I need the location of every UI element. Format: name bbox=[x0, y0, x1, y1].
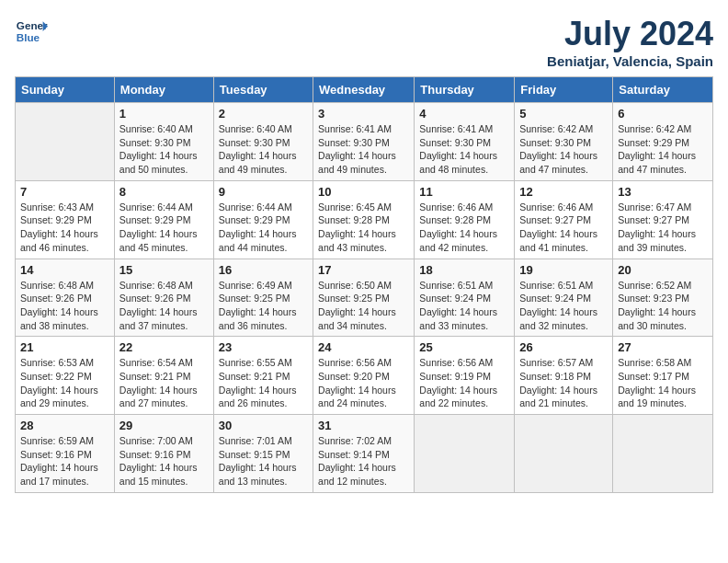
calendar-cell: 28Sunrise: 6:59 AMSunset: 9:16 PMDayligh… bbox=[16, 415, 115, 493]
column-header-sunday: Sunday bbox=[16, 77, 115, 103]
cell-info: Sunrise: 6:49 AMSunset: 9:25 PMDaylight:… bbox=[219, 279, 308, 333]
cell-info: Sunrise: 6:57 AMSunset: 9:18 PMDaylight:… bbox=[519, 356, 608, 410]
day-number: 2 bbox=[219, 107, 308, 121]
calendar-week-row: 21Sunrise: 6:53 AMSunset: 9:22 PMDayligh… bbox=[16, 337, 713, 415]
day-number: 10 bbox=[318, 185, 409, 199]
cell-info: Sunrise: 6:43 AMSunset: 9:29 PMDaylight:… bbox=[20, 201, 109, 255]
day-number: 1 bbox=[119, 107, 209, 121]
day-number: 9 bbox=[219, 185, 308, 199]
page-header: General Blue July 2024 Beniatjar, Valenc… bbox=[15, 15, 713, 69]
calendar-cell: 1Sunrise: 6:40 AMSunset: 9:30 PMDaylight… bbox=[114, 103, 213, 181]
cell-info: Sunrise: 6:42 AMSunset: 9:30 PMDaylight:… bbox=[519, 122, 608, 177]
cell-info: Sunrise: 6:41 AMSunset: 9:30 PMDaylight:… bbox=[419, 122, 509, 177]
day-number: 23 bbox=[219, 340, 308, 354]
calendar-cell: 26Sunrise: 6:57 AMSunset: 9:18 PMDayligh… bbox=[515, 337, 613, 415]
cell-info: Sunrise: 6:55 AMSunset: 9:21 PMDaylight:… bbox=[219, 356, 308, 410]
column-header-monday: Monday bbox=[114, 77, 213, 103]
calendar-cell: 20Sunrise: 6:52 AMSunset: 9:23 PMDayligh… bbox=[613, 259, 713, 337]
column-header-tuesday: Tuesday bbox=[213, 77, 313, 103]
calendar-cell: 25Sunrise: 6:56 AMSunset: 9:19 PMDayligh… bbox=[415, 337, 515, 415]
calendar-cell: 3Sunrise: 6:41 AMSunset: 9:30 PMDaylight… bbox=[313, 103, 415, 181]
calendar-week-row: 1Sunrise: 6:40 AMSunset: 9:30 PMDaylight… bbox=[16, 103, 713, 181]
day-number: 30 bbox=[219, 419, 308, 432]
calendar-cell: 5Sunrise: 6:42 AMSunset: 9:30 PMDaylight… bbox=[515, 103, 613, 181]
calendar-cell: 12Sunrise: 6:46 AMSunset: 9:27 PMDayligh… bbox=[515, 180, 613, 259]
cell-info: Sunrise: 6:48 AMSunset: 9:26 PMDaylight:… bbox=[20, 279, 109, 333]
calendar-cell: 30Sunrise: 7:01 AMSunset: 9:15 PMDayligh… bbox=[213, 415, 313, 493]
cell-info: Sunrise: 7:01 AMSunset: 9:15 PMDaylight:… bbox=[219, 434, 308, 488]
calendar-cell: 29Sunrise: 7:00 AMSunset: 9:16 PMDayligh… bbox=[114, 415, 213, 493]
day-number: 11 bbox=[419, 185, 509, 199]
calendar-cell: 2Sunrise: 6:40 AMSunset: 9:30 PMDaylight… bbox=[213, 103, 313, 181]
calendar-header-row: SundayMondayTuesdayWednesdayThursdayFrid… bbox=[16, 77, 713, 103]
calendar-cell: 14Sunrise: 6:48 AMSunset: 9:26 PMDayligh… bbox=[16, 259, 115, 337]
calendar-cell: 19Sunrise: 6:51 AMSunset: 9:24 PMDayligh… bbox=[515, 259, 613, 337]
calendar-cell: 15Sunrise: 6:48 AMSunset: 9:26 PMDayligh… bbox=[114, 259, 213, 337]
cell-info: Sunrise: 6:44 AMSunset: 9:29 PMDaylight:… bbox=[119, 201, 209, 255]
cell-info: Sunrise: 6:58 AMSunset: 9:17 PMDaylight:… bbox=[618, 356, 708, 410]
day-number: 21 bbox=[20, 340, 109, 354]
cell-info: Sunrise: 6:54 AMSunset: 9:21 PMDaylight:… bbox=[119, 356, 209, 410]
calendar-cell: 24Sunrise: 6:56 AMSunset: 9:20 PMDayligh… bbox=[313, 337, 415, 415]
day-number: 5 bbox=[519, 107, 608, 121]
cell-info: Sunrise: 6:51 AMSunset: 9:24 PMDaylight:… bbox=[519, 279, 608, 333]
day-number: 3 bbox=[318, 107, 409, 121]
calendar-cell: 22Sunrise: 6:54 AMSunset: 9:21 PMDayligh… bbox=[114, 337, 213, 415]
cell-info: Sunrise: 6:40 AMSunset: 9:30 PMDaylight:… bbox=[119, 122, 209, 177]
calendar-cell: 11Sunrise: 6:46 AMSunset: 9:28 PMDayligh… bbox=[415, 180, 515, 259]
calendar-week-row: 7Sunrise: 6:43 AMSunset: 9:29 PMDaylight… bbox=[16, 180, 713, 259]
day-number: 18 bbox=[419, 263, 509, 277]
day-number: 6 bbox=[618, 107, 708, 121]
day-number: 13 bbox=[618, 185, 708, 199]
cell-info: Sunrise: 6:42 AMSunset: 9:29 PMDaylight:… bbox=[618, 122, 708, 177]
cell-info: Sunrise: 6:59 AMSunset: 9:16 PMDaylight:… bbox=[20, 434, 109, 488]
day-number: 20 bbox=[618, 263, 708, 277]
calendar-cell: 17Sunrise: 6:50 AMSunset: 9:25 PMDayligh… bbox=[313, 259, 415, 337]
cell-info: Sunrise: 6:46 AMSunset: 9:28 PMDaylight:… bbox=[419, 201, 509, 255]
day-number: 12 bbox=[519, 185, 608, 199]
cell-info: Sunrise: 6:41 AMSunset: 9:30 PMDaylight:… bbox=[318, 122, 409, 177]
calendar-cell: 13Sunrise: 6:47 AMSunset: 9:27 PMDayligh… bbox=[613, 180, 713, 259]
cell-info: Sunrise: 6:40 AMSunset: 9:30 PMDaylight:… bbox=[219, 122, 308, 177]
calendar-cell bbox=[515, 415, 613, 493]
logo: General Blue bbox=[15, 15, 48, 48]
logo-icon: General Blue bbox=[15, 15, 48, 48]
cell-info: Sunrise: 6:51 AMSunset: 9:24 PMDaylight:… bbox=[419, 279, 509, 333]
calendar-cell: 21Sunrise: 6:53 AMSunset: 9:22 PMDayligh… bbox=[16, 337, 115, 415]
day-number: 17 bbox=[318, 263, 409, 277]
calendar-cell: 16Sunrise: 6:49 AMSunset: 9:25 PMDayligh… bbox=[213, 259, 313, 337]
day-number: 31 bbox=[318, 419, 409, 432]
day-number: 8 bbox=[119, 185, 209, 199]
month-year-title: July 2024 bbox=[547, 15, 713, 53]
cell-info: Sunrise: 6:44 AMSunset: 9:29 PMDaylight:… bbox=[219, 201, 308, 255]
column-header-saturday: Saturday bbox=[613, 77, 713, 103]
day-number: 7 bbox=[20, 185, 109, 199]
calendar-cell bbox=[613, 415, 713, 493]
cell-info: Sunrise: 6:50 AMSunset: 9:25 PMDaylight:… bbox=[318, 279, 409, 333]
calendar-cell: 4Sunrise: 6:41 AMSunset: 9:30 PMDaylight… bbox=[415, 103, 515, 181]
calendar-cell bbox=[16, 103, 115, 181]
cell-info: Sunrise: 6:45 AMSunset: 9:28 PMDaylight:… bbox=[318, 201, 409, 255]
column-header-wednesday: Wednesday bbox=[313, 77, 415, 103]
calendar-table: SundayMondayTuesdayWednesdayThursdayFrid… bbox=[15, 76, 713, 493]
day-number: 16 bbox=[219, 263, 308, 277]
calendar-cell: 27Sunrise: 6:58 AMSunset: 9:17 PMDayligh… bbox=[613, 337, 713, 415]
calendar-cell: 23Sunrise: 6:55 AMSunset: 9:21 PMDayligh… bbox=[213, 337, 313, 415]
column-header-friday: Friday bbox=[515, 77, 613, 103]
svg-text:Blue: Blue bbox=[17, 31, 40, 43]
cell-info: Sunrise: 6:46 AMSunset: 9:27 PMDaylight:… bbox=[519, 201, 608, 255]
calendar-cell: 9Sunrise: 6:44 AMSunset: 9:29 PMDaylight… bbox=[213, 180, 313, 259]
cell-info: Sunrise: 6:56 AMSunset: 9:20 PMDaylight:… bbox=[318, 356, 409, 410]
calendar-week-row: 14Sunrise: 6:48 AMSunset: 9:26 PMDayligh… bbox=[16, 259, 713, 337]
day-number: 28 bbox=[20, 419, 109, 432]
calendar-cell: 8Sunrise: 6:44 AMSunset: 9:29 PMDaylight… bbox=[114, 180, 213, 259]
calendar-cell: 10Sunrise: 6:45 AMSunset: 9:28 PMDayligh… bbox=[313, 180, 415, 259]
calendar-week-row: 28Sunrise: 6:59 AMSunset: 9:16 PMDayligh… bbox=[16, 415, 713, 493]
day-number: 15 bbox=[119, 263, 209, 277]
day-number: 25 bbox=[419, 340, 509, 354]
calendar-cell bbox=[415, 415, 515, 493]
cell-info: Sunrise: 6:56 AMSunset: 9:19 PMDaylight:… bbox=[419, 356, 509, 410]
day-number: 24 bbox=[318, 340, 409, 354]
location-subtitle: Beniatjar, Valencia, Spain bbox=[547, 53, 713, 69]
day-number: 19 bbox=[519, 263, 608, 277]
